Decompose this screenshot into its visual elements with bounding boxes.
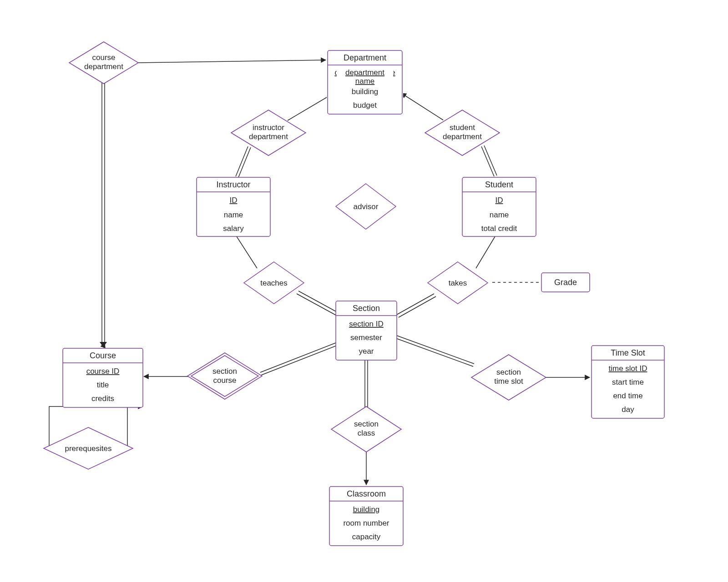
rel-advisor: advisor: [336, 184, 396, 229]
svg-text:Classroom: Classroom: [347, 489, 386, 498]
edge-student-to-takes: [476, 236, 495, 268]
svg-text:budget: budget: [353, 101, 377, 110]
rel-takes: takes: [428, 262, 488, 304]
svg-line-8: [298, 291, 338, 312]
rel-teaches: teaches: [244, 262, 304, 304]
edge-section-to-sectiontimeslot: [396, 336, 474, 366]
svg-text:time slot: time slot: [494, 377, 523, 386]
svg-text:section: section: [496, 368, 521, 376]
department-attr-key-line1: department: [345, 68, 384, 77]
edge-instdept-to-instructor: [236, 146, 251, 177]
edge-coursedept-to-course: [100, 83, 107, 347]
svg-text:section: section: [354, 420, 379, 428]
entity-section: Section section ID semester year: [336, 301, 397, 360]
svg-text:takes: takes: [449, 279, 467, 287]
edge-studdept-to-student: [481, 146, 497, 176]
svg-text:course: course: [213, 376, 236, 385]
edge-instdept-to-department: [288, 94, 332, 120]
svg-text:prerequesites: prerequesites: [65, 444, 111, 453]
svg-marker-2: [100, 342, 107, 347]
svg-text:building: building: [353, 505, 380, 514]
svg-text:section ID: section ID: [349, 320, 384, 328]
svg-line-11: [260, 343, 336, 372]
svg-text:student: student: [450, 123, 475, 132]
svg-text:Student: Student: [485, 180, 513, 189]
svg-text:total credit: total credit: [481, 224, 517, 233]
svg-line-5: [481, 146, 494, 176]
svg-text:title: title: [97, 381, 109, 389]
svg-line-16: [396, 338, 473, 366]
svg-text:Instructor: Instructor: [216, 180, 250, 189]
entity-classroom: Classroom building room number capacity: [329, 487, 403, 546]
svg-text:end time: end time: [613, 391, 642, 400]
svg-text:teaches: teaches: [260, 279, 288, 287]
svg-text:course ID: course ID: [86, 367, 120, 376]
rel-student-department: student department: [425, 110, 500, 156]
svg-text:Department: Department: [344, 53, 386, 62]
svg-line-7: [297, 294, 336, 315]
svg-text:day: day: [622, 405, 634, 414]
edge-section-to-sectioncourse: [260, 343, 337, 375]
svg-text:department: department: [443, 132, 482, 141]
svg-text:department: department: [249, 132, 288, 141]
svg-text:semester: semester: [350, 333, 382, 342]
edge-teaches-to-section: [297, 291, 338, 315]
svg-line-10: [399, 296, 436, 317]
edge-takes-to-section: [397, 294, 436, 317]
svg-text:start time: start time: [612, 378, 644, 386]
rel-course-department: course department: [69, 42, 138, 84]
entity-student: Student ID name total credit: [462, 177, 536, 236]
rel-section-class: section class: [331, 406, 401, 452]
svg-text:section: section: [212, 367, 237, 376]
svg-text:room number: room number: [343, 519, 389, 527]
entity-instructor: Instructor ID name salary: [197, 177, 270, 236]
rel-instructor-department: instructor department: [231, 110, 306, 156]
svg-line-9: [397, 294, 434, 315]
svg-line-4: [238, 147, 251, 177]
svg-text:department: department: [84, 62, 123, 71]
edge-studdept-to-department: [401, 93, 443, 120]
svg-text:course: course: [92, 53, 115, 62]
svg-text:credits: credits: [91, 394, 114, 403]
edge-coursedept-to-department: [136, 60, 326, 63]
svg-text:Course: Course: [90, 351, 116, 360]
svg-line-15: [397, 336, 474, 364]
department-attr-key-line2: name: [355, 77, 375, 85]
svg-text:ID: ID: [495, 196, 503, 205]
svg-text:time slot ID: time slot ID: [608, 364, 647, 373]
svg-text:year: year: [359, 347, 374, 356]
svg-text:Section: Section: [353, 304, 380, 313]
edge-section-to-sectionclass: [365, 360, 368, 408]
rel-section-course: section course: [187, 353, 262, 399]
rel-prerequisites: prerequesites: [44, 427, 133, 469]
svg-text:building: building: [352, 87, 379, 96]
svg-text:name: name: [490, 211, 509, 219]
svg-text:salary: salary: [223, 224, 244, 233]
entity-grade: Grade: [541, 273, 590, 292]
svg-text:advisor: advisor: [354, 202, 379, 211]
svg-text:instructor: instructor: [253, 123, 284, 132]
entity-course: Course course ID title credits: [63, 348, 143, 407]
rel-section-timeslot: section time slot: [471, 355, 546, 400]
svg-text:ID: ID: [230, 196, 238, 205]
entity-timeslot: Time Slot time slot ID start time end ti…: [592, 346, 664, 418]
svg-text:class: class: [358, 429, 375, 437]
svg-line-3: [236, 146, 248, 176]
svg-line-6: [484, 146, 497, 176]
svg-text:capacity: capacity: [352, 532, 381, 541]
svg-text:Grade: Grade: [554, 278, 577, 287]
edge-instructor-to-teaches: [237, 236, 257, 268]
svg-text:Time Slot: Time Slot: [611, 348, 645, 357]
svg-text:name: name: [224, 211, 243, 219]
svg-line-12: [261, 346, 337, 375]
edge-prereq-to-course-right: [127, 406, 143, 446]
